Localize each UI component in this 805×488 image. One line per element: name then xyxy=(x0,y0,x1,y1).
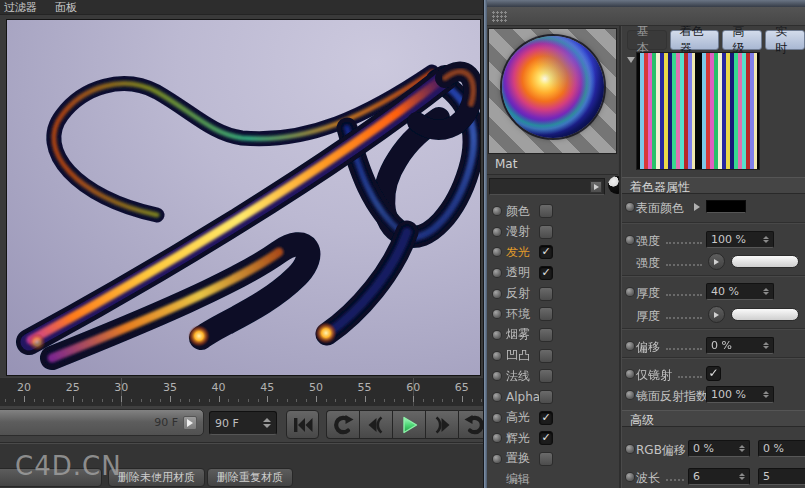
channel-label[interactable]: 凹凸 xyxy=(506,347,530,364)
material-name-field[interactable] xyxy=(489,178,605,195)
menu-panel[interactable]: 面板 xyxy=(55,0,77,15)
tab-basic[interactable]: 基本 xyxy=(627,30,667,50)
channel-dot[interactable] xyxy=(493,393,501,401)
play-button[interactable] xyxy=(392,410,425,439)
shader-collapse-icon[interactable] xyxy=(627,57,635,63)
channel-checkbox[interactable] xyxy=(539,328,553,342)
channel-label[interactable]: 颜色 xyxy=(506,203,530,220)
channel-dot[interactable] xyxy=(493,455,501,463)
channel-row[interactable]: 反射 xyxy=(487,285,619,303)
channel-checkbox[interactable] xyxy=(539,390,553,404)
toolbar-drag-handle-icon[interactable] xyxy=(492,11,508,22)
channel-checkbox[interactable] xyxy=(539,369,553,383)
channel-checkbox[interactable] xyxy=(539,452,553,466)
channel-label[interactable]: 环境 xyxy=(506,306,530,323)
channel-dot[interactable] xyxy=(493,207,501,215)
timeline-slider[interactable]: 90 F xyxy=(0,409,204,436)
channel-label[interactable]: 发光 xyxy=(506,244,530,261)
channel-label[interactable]: 反射 xyxy=(506,285,530,302)
channel-label[interactable]: 置换 xyxy=(506,450,530,467)
channel-checkbox[interactable]: ✓ xyxy=(539,411,553,425)
thickness-value-field[interactable]: 40 % xyxy=(706,283,774,300)
channel-checkbox[interactable] xyxy=(539,204,553,218)
channel-dot[interactable] xyxy=(493,331,501,339)
field-expand-chip[interactable] xyxy=(590,181,602,193)
channel-row[interactable]: 置换 xyxy=(487,450,619,468)
delete-unused-materials-button[interactable]: 删除未使用材质 xyxy=(108,468,205,487)
channel-row[interactable]: 颜色 xyxy=(487,202,619,220)
channel-checkbox[interactable] xyxy=(539,307,553,321)
3d-viewport[interactable] xyxy=(6,19,481,376)
rgb-offset-field-1[interactable]: 0 % xyxy=(688,440,750,457)
parameter-dot[interactable] xyxy=(626,236,634,244)
channel-label[interactable]: 编辑 xyxy=(506,471,530,488)
parameter-dot[interactable] xyxy=(626,370,634,378)
parameter-dot[interactable] xyxy=(626,203,634,211)
color-expand-icon[interactable] xyxy=(694,203,700,211)
channel-dot[interactable] xyxy=(493,352,501,360)
menu-filter[interactable]: 过滤器 xyxy=(4,0,37,15)
channel-dot[interactable] xyxy=(493,248,501,256)
channel-row[interactable]: 环境 xyxy=(487,305,619,323)
channel-dot[interactable] xyxy=(493,414,501,422)
channel-row[interactable]: Alpha xyxy=(487,388,619,406)
rgb-offset-field-2[interactable]: 0 % xyxy=(758,440,805,457)
specular-index-field[interactable]: 100 % xyxy=(706,386,774,403)
channel-label[interactable]: 烟雾 xyxy=(506,326,530,343)
parameter-dot[interactable] xyxy=(626,445,634,453)
mirror-only-checkbox[interactable]: ✓ xyxy=(706,366,721,381)
channel-label[interactable]: 高光 xyxy=(506,409,530,426)
strength-slider-button[interactable] xyxy=(708,253,725,270)
wavelength-field-2[interactable]: 5 xyxy=(758,468,805,485)
channel-dot[interactable] xyxy=(493,269,501,277)
offset-value-field[interactable]: 0 % xyxy=(706,337,774,354)
channel-checkbox[interactable] xyxy=(539,287,553,301)
channel-checkbox[interactable]: ✓ xyxy=(539,431,553,445)
current-frame-field[interactable]: 90 F xyxy=(209,411,277,435)
tab-advanced[interactable]: 高级 xyxy=(722,30,762,50)
goto-previous-key-button[interactable] xyxy=(326,410,359,439)
timeline-slider-grip[interactable] xyxy=(183,416,197,430)
timeline-ruler[interactable]: 20253035404550556065 xyxy=(0,377,483,406)
material-preview-sphere[interactable] xyxy=(502,36,604,138)
thickness-slider-button[interactable] xyxy=(708,306,725,323)
surface-color-swatch[interactable] xyxy=(706,200,746,213)
material-preview-area[interactable] xyxy=(488,28,617,154)
channel-row[interactable]: 辉光✓ xyxy=(487,429,619,447)
delete-duplicate-materials-button[interactable]: 删除重复材质 xyxy=(207,468,293,487)
channel-dot[interactable] xyxy=(493,434,501,442)
preview-shape-icon[interactable] xyxy=(608,176,619,194)
channel-label[interactable]: 辉光 xyxy=(506,430,530,447)
strength-value-field[interactable]: 100 % xyxy=(706,231,774,248)
shader-preview-stripes[interactable] xyxy=(636,52,760,170)
channel-row[interactable]: 法线 xyxy=(487,367,619,385)
channel-checkbox[interactable] xyxy=(539,225,553,239)
channel-label[interactable]: 透明 xyxy=(506,264,530,281)
parameter-dot[interactable] xyxy=(626,288,634,296)
channel-checkbox[interactable]: ✓ xyxy=(539,266,553,280)
goto-next-frame-button[interactable] xyxy=(425,410,458,439)
channel-row[interactable]: 烟雾 xyxy=(487,326,619,344)
channel-dot[interactable] xyxy=(493,372,501,380)
wavelength-field-1[interactable]: 6 xyxy=(688,468,750,485)
material-editor-titlebar[interactable] xyxy=(487,0,805,7)
strength-slider[interactable] xyxy=(731,255,799,268)
channel-row[interactable]: 漫射 xyxy=(487,223,619,241)
channel-label[interactable]: 法线 xyxy=(506,368,530,385)
channel-row[interactable]: 编辑 xyxy=(487,470,619,488)
material-name-row[interactable]: Mat xyxy=(487,155,618,175)
channel-label[interactable]: 漫射 xyxy=(506,223,530,240)
goto-previous-frame-button[interactable] xyxy=(359,410,392,439)
channel-label[interactable]: Alpha xyxy=(506,390,540,404)
parameter-dot[interactable] xyxy=(626,342,634,350)
thickness-slider[interactable] xyxy=(731,308,799,321)
tab-shader[interactable]: 着色器 xyxy=(670,30,720,50)
tab-realtime[interactable]: 实时 xyxy=(765,30,805,50)
channel-dot[interactable] xyxy=(493,310,501,318)
goto-start-button[interactable] xyxy=(286,410,319,439)
channel-row[interactable]: 透明✓ xyxy=(487,264,619,282)
channel-checkbox[interactable] xyxy=(539,349,553,363)
channel-row[interactable]: 发光✓ xyxy=(487,243,619,261)
channel-dot[interactable] xyxy=(493,290,501,298)
channel-checkbox[interactable]: ✓ xyxy=(539,245,553,259)
